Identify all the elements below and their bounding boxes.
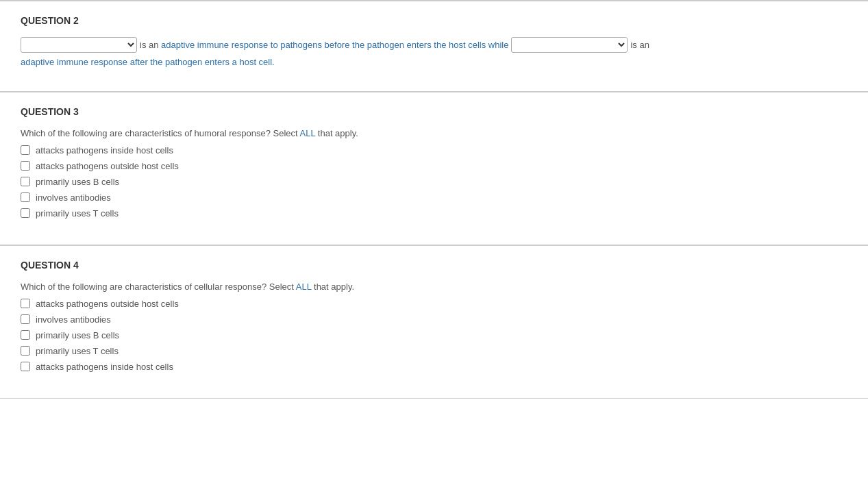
- q4-option-5: attacks pathogens inside host cells: [36, 362, 173, 372]
- list-item: primarily uses T cells: [21, 346, 847, 356]
- list-item: attacks pathogens inside host cells: [21, 362, 847, 372]
- question-3-section: QUESTION 3 Which of the following are ch…: [0, 92, 868, 245]
- list-item: primarily uses B cells: [21, 177, 847, 187]
- q4-checkbox-2[interactable]: [21, 314, 30, 324]
- question-4-options: attacks pathogens outside host cells inv…: [21, 299, 847, 372]
- q2-text-middle: is an adaptive immune response to pathog…: [140, 37, 508, 53]
- q4-checkbox-5[interactable]: [21, 362, 30, 371]
- q4-option-3: primarily uses B cells: [36, 330, 119, 340]
- list-item: attacks pathogens inside host cells: [21, 145, 847, 155]
- list-item: attacks pathogens outside host cells: [21, 161, 847, 171]
- page-container: QUESTION 2 Humoral immunity Cellular imm…: [0, 0, 868, 399]
- q3-option-2: attacks pathogens outside host cells: [36, 161, 179, 171]
- q3-option-5: primarily uses T cells: [36, 208, 119, 219]
- question-3-title: QUESTION 3: [21, 106, 847, 117]
- q3-checkbox-1[interactable]: [21, 145, 30, 155]
- q3-option-4: involves antibodies: [36, 192, 111, 203]
- q3-highlight: ALL: [300, 128, 316, 138]
- q3-checkbox-4[interactable]: [21, 192, 30, 202]
- q2-adaptive-text1: adaptive immune response to pathogens be…: [161, 40, 508, 50]
- list-item: primarily uses T cells: [21, 208, 847, 219]
- q4-highlight: ALL: [296, 282, 312, 292]
- question-2-title: QUESTION 2: [21, 15, 847, 26]
- question-2-body: Humoral immunity Cellular immunity is an…: [21, 37, 847, 53]
- question-2-dropdown2[interactable]: Humoral immunity Cellular immunity: [511, 37, 628, 53]
- q4-checkbox-3[interactable]: [21, 330, 30, 340]
- list-item: involves antibodies: [21, 192, 847, 203]
- question-3-instruction: Which of the following are characteristi…: [21, 128, 847, 138]
- q4-option-1: attacks pathogens outside host cells: [36, 299, 179, 309]
- q4-checkbox-1[interactable]: [21, 299, 30, 308]
- question-2-body-line2: adaptive immune response after the patho…: [21, 54, 847, 70]
- q3-checkbox-2[interactable]: [21, 161, 30, 171]
- question-2-dropdown1[interactable]: Humoral immunity Cellular immunity: [21, 37, 137, 53]
- q3-option-3: primarily uses B cells: [36, 177, 119, 187]
- q2-adaptive-text2: adaptive immune response after the patho…: [21, 54, 275, 70]
- q3-checkbox-5[interactable]: [21, 208, 30, 218]
- q4-option-4: primarily uses T cells: [36, 346, 119, 356]
- list-item: involves antibodies: [21, 314, 847, 325]
- question-3-options: attacks pathogens inside host cells atta…: [21, 145, 847, 219]
- list-item: attacks pathogens outside host cells: [21, 299, 847, 309]
- q2-is-an-label: is an: [630, 37, 649, 53]
- question-4-title: QUESTION 4: [21, 260, 847, 271]
- q3-checkbox-3[interactable]: [21, 177, 30, 186]
- question-4-section: QUESTION 4 Which of the following are ch…: [0, 245, 868, 398]
- q3-option-1: attacks pathogens inside host cells: [36, 145, 173, 155]
- q4-checkbox-4[interactable]: [21, 346, 30, 356]
- q4-option-2: involves antibodies: [36, 314, 111, 325]
- list-item: primarily uses B cells: [21, 330, 847, 340]
- bottom-divider: [0, 398, 868, 399]
- question-2-section: QUESTION 2 Humoral immunity Cellular imm…: [0, 1, 868, 91]
- question-4-instruction: Which of the following are characteristi…: [21, 282, 847, 292]
